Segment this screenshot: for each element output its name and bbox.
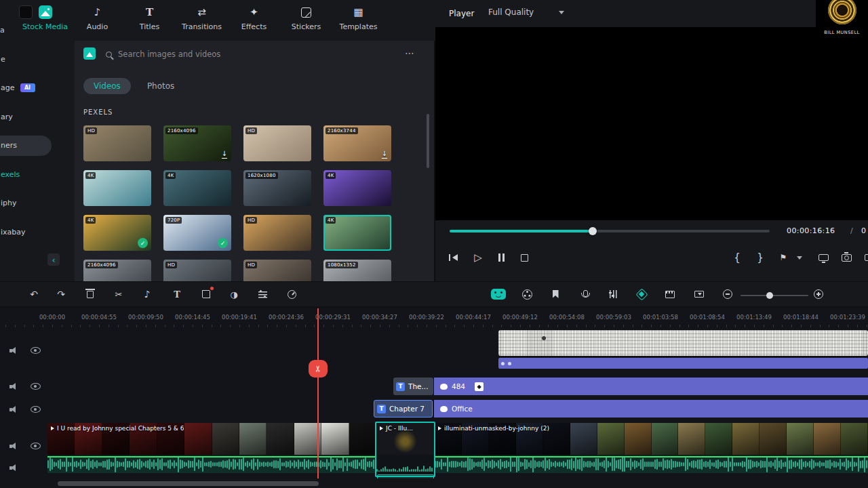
track-mute-button[interactable] (9, 464, 18, 472)
track-visibility-button[interactable] (31, 383, 41, 390)
seek-bar[interactable]: 00:00:16:16 / 0 (435, 220, 868, 242)
stock-video-thumbnail[interactable]: 4K (83, 170, 151, 206)
title-clip[interactable]: T Chapter 7 (374, 400, 433, 418)
stock-video-thumbnail[interactable]: 2160x4096 (83, 260, 151, 281)
sidebar-item-e[interactable]: e (0, 45, 75, 74)
track-visibility-button[interactable] (31, 443, 41, 449)
tab-photos[interactable]: Photos (147, 81, 174, 91)
panel-scrollbar[interactable] (427, 114, 429, 168)
sidebar-item-age[interactable]: ageAI (0, 74, 75, 103)
split-playhead-button[interactable]: ✂ (309, 360, 328, 378)
stock-video-thumbnail[interactable]: HD (243, 260, 311, 281)
chroma-key-button[interactable]: ◑ (225, 285, 243, 303)
preview-viewport[interactable] (435, 27, 868, 220)
track-visibility-button[interactable] (31, 347, 41, 354)
snapshot-button[interactable] (837, 249, 855, 266)
element-clip[interactable]: 484 ◆ (434, 378, 868, 395)
stock-video-thumbnail[interactable]: HD (163, 260, 231, 281)
nav-tab-titles[interactable]: TTitles (123, 3, 176, 31)
cropped-control-button[interactable] (861, 249, 868, 266)
track-visibility-button[interactable] (31, 406, 41, 413)
nav-tab-stock-media[interactable]: Stock Media (19, 3, 71, 31)
keyframe-button[interactable] (633, 285, 650, 303)
download-icon[interactable]: ↓ (222, 150, 227, 159)
stock-video-thumbnail[interactable]: 720P✓ (163, 215, 231, 251)
collapse-sidebar-button[interactable]: ‹ (47, 253, 60, 266)
zoom-in-button[interactable] (810, 285, 827, 303)
track-mute-button[interactable] (9, 405, 18, 413)
text-tool-button[interactable]: T (168, 285, 186, 303)
fullscreen-display-button[interactable] (814, 249, 832, 266)
adjust-button[interactable] (254, 285, 271, 303)
audio-waveform-clip[interactable] (376, 455, 434, 473)
undo-button[interactable]: ↶ (25, 285, 43, 303)
sidebar-item-ary[interactable]: ary (0, 102, 75, 131)
stock-video-thumbnail[interactable]: 4K (163, 170, 231, 206)
stock-video-thumbnail[interactable]: 1080x1352 (323, 260, 391, 281)
pause-button[interactable] (492, 249, 510, 266)
track-mute-button[interactable] (9, 346, 18, 354)
sidebar-item-ners[interactable]: ners (0, 131, 75, 161)
export-frame-button[interactable] (690, 285, 708, 303)
more-options-button[interactable]: ⋯ (405, 47, 415, 58)
nav-tab-effects[interactable]: ✦Effects (228, 3, 280, 31)
timeline-zoom-slider[interactable] (741, 295, 808, 296)
marker-tool-button[interactable] (547, 285, 564, 303)
video-clip[interactable]: I U read by Johnny special Chapters 5 & … (47, 423, 376, 455)
sidebar-item-iphy[interactable]: iphy (0, 189, 75, 218)
stock-video-thumbnail[interactable]: 4K✓ (83, 215, 151, 251)
ai-tool-button[interactable] (490, 285, 507, 303)
search-input[interactable]: Search images and videos (106, 46, 391, 62)
stock-video-thumbnail[interactable]: HD (83, 125, 151, 161)
track-mute-button[interactable] (9, 442, 18, 450)
download-icon[interactable]: ↓ (382, 150, 387, 159)
video-clip[interactable]: JC - Illu... (376, 423, 434, 455)
subtitle-document-clip[interactable] (498, 330, 868, 356)
timeline-ruler[interactable]: 00:00:0000:00:04:5500:00:09:5000:00:14:4… (0, 308, 868, 327)
stock-video-thumbnail[interactable]: 1620x1080 (243, 170, 311, 206)
track-mute-button[interactable] (9, 382, 18, 390)
stock-video-thumbnail[interactable]: HD (243, 215, 311, 251)
title-clip[interactable]: T The... (393, 378, 433, 395)
zoom-slider-handle[interactable] (766, 292, 773, 299)
sidebar-item-ixabay[interactable]: ixabay (0, 218, 75, 247)
element-clip[interactable]: Office (434, 400, 868, 418)
stock-video-thumbnail[interactable]: 2160x4096↓ (163, 125, 231, 161)
stock-video-thumbnail[interactable]: HD (243, 125, 311, 161)
mark-in-button[interactable]: { (728, 249, 746, 266)
sidebar-item-exels[interactable]: exels (0, 160, 75, 189)
previous-frame-button[interactable] (445, 249, 462, 266)
zoom-out-button[interactable] (719, 285, 736, 303)
playhead-line[interactable] (317, 308, 319, 483)
playback-quality-dropdown[interactable]: Full Quality (488, 7, 564, 17)
stock-video-thumbnail[interactable]: 4K (323, 170, 391, 206)
video-clip[interactable]: illuminati-unmasked-by-johnny (2) (435, 423, 868, 455)
nav-tab-templates[interactable]: ▦Templates (332, 3, 384, 31)
mark-out-button[interactable]: } (751, 249, 769, 266)
split-button[interactable]: ✂ (110, 285, 127, 303)
voiceover-button[interactable] (576, 285, 593, 303)
audio-waveform-clip[interactable] (47, 455, 376, 473)
seek-handle[interactable] (589, 227, 597, 235)
stock-video-thumbnail[interactable]: 4K (323, 215, 391, 251)
marker-button[interactable]: ⚑ (774, 249, 792, 266)
speed-button[interactable] (283, 285, 300, 303)
marker-dropdown-button[interactable] (791, 249, 808, 266)
stop-button[interactable] (515, 249, 533, 266)
delete-button[interactable] (81, 285, 99, 303)
audio-mixer-button[interactable] (604, 285, 622, 303)
render-preview-button[interactable] (661, 285, 679, 303)
crop-button[interactable] (197, 285, 215, 303)
redo-button[interactable]: ↷ (52, 285, 70, 303)
stock-video-thumbnail[interactable]: 2160x3744↓ (323, 125, 391, 161)
tab-videos[interactable]: Videos (83, 78, 131, 94)
nav-tab-stickers[interactable]: Stickers (280, 3, 332, 31)
audio-waveform-clip[interactable] (435, 455, 868, 473)
timeline-scrollbar-handle[interactable] (58, 481, 319, 486)
audio-stretch-button[interactable]: ♪ (138, 285, 156, 303)
effect-strip-clip[interactable] (498, 358, 868, 369)
nav-tab-audio[interactable]: ♪Audio (71, 3, 123, 31)
play-button[interactable]: ▷ (469, 249, 487, 266)
nav-tab-transitions[interactable]: ⇄Transitions (176, 3, 228, 31)
color-match-button[interactable] (518, 285, 536, 303)
